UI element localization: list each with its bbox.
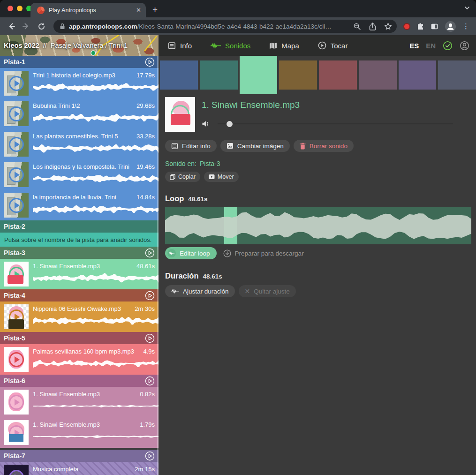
clip-row[interactable]: 1. Sinawi Ensemble.mp30.82s — [0, 387, 159, 417]
clip-play-button[interactable] — [9, 352, 24, 367]
clip-row[interactable]: 1. Sinawi Ensemble.mp31.79s — [0, 417, 159, 448]
track-header-pista-6[interactable]: Pista-6 — [0, 375, 159, 387]
back-button[interactable] — [5, 20, 18, 33]
track-header-pista-1[interactable]: Pista-1 — [0, 56, 159, 68]
clip-thumbnail[interactable] — [4, 465, 29, 475]
delete-sound-button[interactable]: Borrar sonido — [294, 140, 354, 152]
clip-thumbnail[interactable] — [4, 347, 29, 372]
track-color-swatch-2[interactable] — [200, 60, 238, 90]
clip-row[interactable]: Musica completa2m 15s — [0, 462, 159, 475]
clip-play-button[interactable] — [9, 167, 24, 182]
track-play-icon[interactable] — [145, 376, 155, 386]
clip-thumbnail[interactable] — [4, 304, 29, 329]
tab-close-icon[interactable]: ✕ — [136, 7, 141, 14]
language-es[interactable]: ES — [409, 42, 419, 50]
breadcrumb-project[interactable]: Kleos 2022 — [4, 42, 39, 49]
track-name[interactable]: Pista-5 — [4, 334, 25, 342]
clip-play-button[interactable] — [9, 106, 24, 121]
language-en[interactable]: EN — [426, 42, 436, 50]
close-window-button[interactable] — [8, 6, 13, 11]
sound-image[interactable] — [165, 97, 195, 132]
track-play-icon[interactable] — [145, 57, 155, 67]
clip-row[interactable]: Bubulina Trini 1\229.68s — [0, 98, 159, 129]
bookmark-star-icon[interactable] — [384, 23, 392, 30]
volume-slider[interactable] — [218, 121, 453, 127]
track-color-swatch-1[interactable] — [160, 60, 198, 90]
clip-thumbnail[interactable] — [4, 193, 29, 218]
new-tab-button[interactable]: + — [152, 3, 158, 16]
clip-play-button[interactable] — [9, 309, 24, 324]
copy-button[interactable]: Copiar — [165, 172, 200, 182]
edit-info-button[interactable]: Editar info — [165, 140, 217, 152]
minimize-window-button[interactable] — [17, 6, 23, 11]
clip-thumbnail[interactable] — [4, 390, 29, 415]
track-header-pista-2[interactable]: Pista-2 — [0, 220, 159, 233]
edit-loop-button[interactable]: Editar loop — [165, 247, 217, 259]
clip-row[interactable]: Trini 1 historia del colegio.mp317.79s — [0, 68, 159, 98]
clip-row[interactable]: Palmas sevillanas 160 bpm mp3.mp34.9s — [0, 344, 159, 375]
breadcrumb[interactable]: Kleos 2022 // Pasaje Valvanera / Trini 1 — [0, 35, 159, 56]
track-name[interactable]: Pista-7 — [4, 452, 25, 460]
track-color-swatch-5[interactable] — [319, 60, 357, 90]
track-color-swatch-7[interactable] — [399, 60, 437, 90]
tab-sonidos[interactable]: Sonidos — [211, 42, 250, 50]
track-color-swatch-4[interactable] — [279, 60, 317, 90]
clip-row[interactable]: Los indigenas y la compostela. Trini19.4… — [0, 159, 159, 190]
share-icon[interactable] — [369, 23, 376, 30]
project-map-thumbnail[interactable]: Kleos 2022 // Pasaje Valvanera / Trini 1 — [0, 35, 159, 56]
track-name[interactable]: Pista-4 — [4, 292, 25, 299]
clip-thumbnail[interactable] — [4, 101, 29, 126]
url-bar[interactable]: app.antropoloops.com/Kleos-Santa-Marina/… — [53, 20, 397, 33]
remove-adjust-button[interactable]: ✕ Quitar ajuste — [239, 285, 296, 297]
clip-row[interactable]: Las plantas comestibles. Trini 533.28s — [0, 129, 159, 159]
clip-thumbnail[interactable] — [4, 132, 29, 157]
reload-button[interactable] — [35, 20, 48, 33]
play-button[interactable] — [171, 105, 189, 124]
clip-play-button[interactable] — [9, 76, 24, 91]
volume-slider-thumb[interactable] — [227, 121, 233, 127]
clip-play-button[interactable] — [9, 267, 24, 282]
clip-thumbnail[interactable] — [4, 420, 29, 445]
clip-play-button[interactable] — [9, 470, 24, 475]
extensions-puzzle-icon[interactable] — [416, 23, 424, 30]
clip-play-button[interactable] — [9, 425, 24, 440]
track-play-icon[interactable] — [145, 451, 155, 461]
browser-menu-icon[interactable]: ⋮ — [462, 22, 469, 30]
track-name[interactable]: Pista-2 — [4, 223, 25, 230]
track-header-pista-3[interactable]: Pista-3 — [0, 247, 159, 259]
zoom-out-icon[interactable] — [353, 23, 361, 30]
tab-search-chevron-icon[interactable] — [464, 5, 470, 13]
track-play-icon[interactable] — [145, 248, 155, 258]
track-header-pista-7[interactable]: Pista-7 — [0, 450, 159, 462]
split-view-icon[interactable] — [431, 23, 438, 30]
sidebar-scrollbar[interactable] — [157, 56, 159, 475]
record-extension-icon[interactable] — [403, 23, 410, 30]
track-play-icon[interactable] — [145, 333, 155, 343]
change-image-button[interactable]: Cambiar imágen — [220, 140, 290, 152]
track-color-swatch-6[interactable] — [359, 60, 397, 90]
breadcrumb-path[interactable]: Pasaje Valvanera / Trini 1 — [51, 42, 128, 49]
clip-row[interactable]: 1. Sinawi Ensemble.mp348.61s — [0, 259, 159, 289]
track-play-icon[interactable] — [145, 291, 155, 301]
sound-in-track-link[interactable]: Pista-3 — [200, 160, 220, 167]
clip-thumbnail[interactable] — [4, 71, 29, 96]
tab-mapa[interactable]: Mapa — [269, 42, 299, 50]
forward-button[interactable] — [20, 20, 33, 33]
loop-waveform-editor[interactable] — [165, 207, 471, 244]
prepare-download-button[interactable]: Preparar para descargar — [223, 249, 304, 257]
clip-row[interactable]: la importancia de la lluvia. Trini14.84s — [0, 190, 159, 220]
track-color-swatch-3[interactable] — [240, 56, 278, 94]
track-name[interactable]: Pista-3 — [4, 249, 25, 256]
track-name[interactable]: Pista-6 — [4, 377, 25, 385]
browser-tab[interactable]: Play Antropoloops ✕ — [30, 3, 146, 17]
clip-thumbnail[interactable] — [4, 262, 29, 287]
tab-info[interactable]: Info — [168, 42, 192, 50]
clip-row[interactable]: Nipponia 06 Esashi Oiwake.mp32m 30s — [0, 302, 159, 332]
track-name[interactable]: Pista-1 — [4, 58, 25, 66]
clip-play-button[interactable] — [9, 395, 24, 410]
browser-profile-avatar[interactable] — [445, 21, 456, 32]
track-header-pista-5[interactable]: Pista-5 — [0, 332, 159, 344]
track-header-pista-4[interactable]: Pista-4 — [0, 289, 159, 302]
move-button[interactable]: Mover — [204, 172, 239, 182]
tab-tocar[interactable]: Tocar — [318, 41, 348, 50]
